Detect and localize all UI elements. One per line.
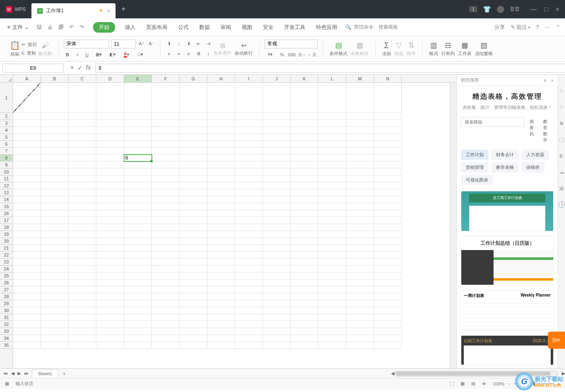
print-icon[interactable]: 🗐 <box>58 24 64 30</box>
cell[interactable] <box>318 321 346 328</box>
cell[interactable] <box>291 238 318 245</box>
cell[interactable] <box>96 272 124 279</box>
align-middle-icon[interactable]: ↕ <box>175 40 182 48</box>
freeze-panes-button[interactable]: ▧冻结窗格 <box>473 41 494 57</box>
row-col-button[interactable]: ⊟行和列 <box>440 41 456 57</box>
cell[interactable] <box>96 203 124 210</box>
share-button[interactable]: 分享 <box>494 24 505 31</box>
user-avatar-icon[interactable] <box>497 6 504 13</box>
cell[interactable] <box>152 307 180 314</box>
cell[interactable] <box>41 224 69 231</box>
cell[interactable] <box>124 321 152 328</box>
cell[interactable] <box>346 328 374 335</box>
cell[interactable] <box>318 279 346 286</box>
cell[interactable] <box>374 210 402 217</box>
col-header[interactable]: L <box>318 75 346 82</box>
cell[interactable] <box>69 141 96 148</box>
cell[interactable] <box>124 328 152 335</box>
cell[interactable] <box>346 342 374 349</box>
cell[interactable] <box>374 252 402 259</box>
cell[interactable] <box>291 293 318 300</box>
cell[interactable] <box>180 272 207 279</box>
cell[interactable] <box>124 245 152 252</box>
row-header[interactable]: 22 <box>0 252 13 259</box>
cell[interactable] <box>263 196 291 203</box>
cell[interactable] <box>180 224 207 231</box>
cell[interactable] <box>207 120 235 127</box>
cell[interactable] <box>69 335 96 342</box>
notification-badge[interactable]: 1 <box>469 6 477 12</box>
cell[interactable] <box>41 162 69 168</box>
cell[interactable] <box>318 168 346 175</box>
cell[interactable] <box>235 314 263 321</box>
cell[interactable] <box>263 238 291 245</box>
cell[interactable] <box>41 210 69 217</box>
cell[interactable] <box>96 175 124 182</box>
cell[interactable] <box>374 134 402 141</box>
cell[interactable] <box>69 203 96 210</box>
cell[interactable] <box>291 272 318 279</box>
decrease-decimal-icon[interactable]: ←.0 <box>308 51 315 58</box>
cell[interactable] <box>235 286 263 293</box>
view-reading-icon[interactable]: 👁 <box>482 381 486 386</box>
cell[interactable] <box>124 182 152 189</box>
cell[interactable] <box>69 300 96 307</box>
cell[interactable] <box>152 189 180 196</box>
sum-button[interactable]: Σ求和 <box>380 41 393 57</box>
template-search-input[interactable] <box>461 117 525 127</box>
cell[interactable] <box>291 231 318 238</box>
cell[interactable] <box>346 141 374 148</box>
cell[interactable] <box>263 328 291 335</box>
cell[interactable] <box>235 83 263 113</box>
cell[interactable] <box>207 175 235 182</box>
cell[interactable] <box>374 224 402 231</box>
cell[interactable] <box>180 321 207 328</box>
cell[interactable] <box>152 245 180 252</box>
cell[interactable] <box>96 259 124 266</box>
cell[interactable] <box>235 168 263 175</box>
cell[interactable] <box>235 148 263 155</box>
cell[interactable] <box>13 148 41 155</box>
currency-icon[interactable]: ¥▾ <box>265 51 276 58</box>
cell[interactable] <box>69 321 96 328</box>
cell[interactable] <box>180 203 207 210</box>
cell[interactable] <box>152 155 180 162</box>
cell[interactable] <box>96 196 124 203</box>
cell[interactable] <box>69 155 96 162</box>
cell[interactable] <box>235 217 263 224</box>
cell[interactable] <box>346 286 374 293</box>
fullscreen-icon[interactable]: ⛶ <box>449 381 454 386</box>
cell[interactable] <box>152 182 180 189</box>
cell[interactable] <box>41 120 69 127</box>
cell[interactable] <box>69 245 96 252</box>
template-card[interactable]: 工作计划总结（日历版） <box>461 236 554 285</box>
cell[interactable] <box>124 141 152 148</box>
cell[interactable] <box>69 314 96 321</box>
cell[interactable] <box>41 196 69 203</box>
col-header[interactable]: H <box>207 75 235 82</box>
cell[interactable] <box>180 266 207 272</box>
cell[interactable] <box>207 342 235 349</box>
cell[interactable] <box>207 300 235 307</box>
cell[interactable] <box>13 162 41 168</box>
cell[interactable] <box>13 328 41 335</box>
cell[interactable] <box>291 314 318 321</box>
cell[interactable] <box>263 286 291 293</box>
cell[interactable] <box>374 307 402 314</box>
cell[interactable] <box>346 182 374 189</box>
cell[interactable] <box>263 231 291 238</box>
print-preview-icon[interactable]: 🖨 <box>47 24 53 30</box>
cell[interactable] <box>374 314 402 321</box>
cell[interactable] <box>346 321 374 328</box>
cell[interactable] <box>346 134 374 141</box>
cell[interactable] <box>291 113 318 120</box>
cut-button[interactable]: ✂剪切 <box>22 42 37 48</box>
cell[interactable] <box>96 231 124 238</box>
row-header[interactable]: 31 <box>0 314 13 321</box>
cell[interactable] <box>207 155 235 162</box>
row-header[interactable]: 32 <box>0 321 13 328</box>
cell[interactable] <box>180 155 207 162</box>
col-header[interactable]: D <box>96 75 124 82</box>
cell[interactable] <box>13 217 41 224</box>
row-header[interactable]: 20 <box>0 238 13 245</box>
